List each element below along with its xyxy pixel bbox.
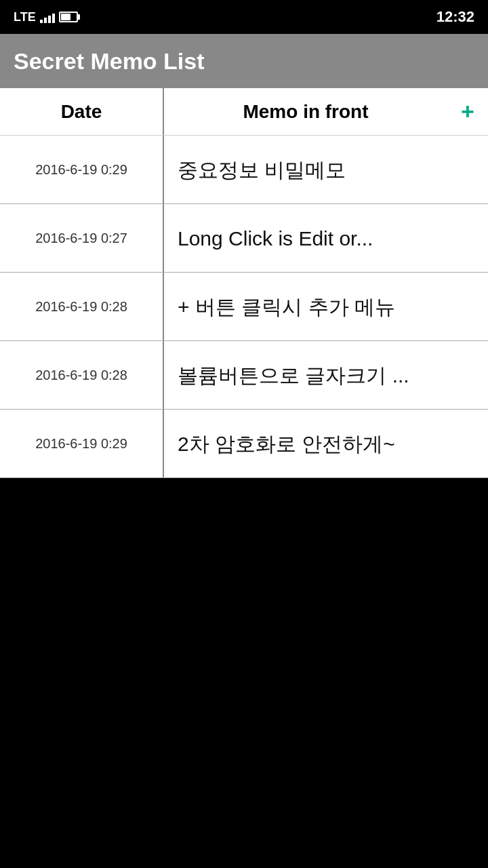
memo-content-cell: 볼륨버튼으로 글자크기 ... bbox=[164, 352, 488, 399]
battery-fill bbox=[61, 14, 70, 20]
memo-date-cell: 2016-6-19 0:29 bbox=[0, 427, 163, 460]
add-memo-button[interactable]: + bbox=[447, 98, 488, 125]
memo-date-cell: 2016-6-19 0:28 bbox=[0, 290, 163, 323]
memo-content-cell: 중요정보 비밀메모 bbox=[164, 146, 488, 193]
signal-bar-4 bbox=[52, 14, 55, 23]
status-bar-left: LTE bbox=[14, 10, 430, 24]
lte-indicator: LTE bbox=[14, 10, 36, 24]
signal-bar-3 bbox=[48, 16, 51, 23]
status-bar-right: 12:32 bbox=[436, 8, 474, 26]
signal-bar-1 bbox=[40, 20, 43, 23]
memo-date-cell: 2016-6-19 0:29 bbox=[0, 153, 163, 186]
memo-content-cell: 2차 암호화로 안전하게~ bbox=[164, 420, 488, 467]
memo-row[interactable]: 2016-6-19 0:292차 암호화로 안전하게~ bbox=[0, 410, 488, 478]
memo-row[interactable]: 2016-6-19 0:28+ 버튼 클릭시 추가 메뉴 bbox=[0, 273, 488, 341]
app-title: Secret Memo List bbox=[14, 48, 205, 75]
column-header: Date Memo in front + bbox=[0, 88, 488, 136]
status-bar: LTE 12:32 bbox=[0, 0, 488, 34]
memo-row[interactable]: 2016-6-19 0:29중요정보 비밀메모 bbox=[0, 136, 488, 204]
memo-date-cell: 2016-6-19 0:27 bbox=[0, 222, 163, 254]
memo-row[interactable]: 2016-6-19 0:28볼륨버튼으로 글자크기 ... bbox=[0, 341, 488, 410]
signal-bar-2 bbox=[44, 18, 47, 23]
memo-row[interactable]: 2016-6-19 0:27Long Click is Edit or... bbox=[0, 204, 488, 273]
memo-list: 2016-6-19 0:29중요정보 비밀메모2016-6-19 0:27Lon… bbox=[0, 136, 488, 478]
header-date-label: Date bbox=[0, 101, 163, 123]
black-area bbox=[0, 478, 488, 868]
app-bar: Secret Memo List bbox=[0, 34, 488, 88]
battery-icon bbox=[59, 12, 78, 22]
time-display: 12:32 bbox=[436, 8, 474, 26]
header-memo-label: Memo in front bbox=[164, 101, 447, 123]
signal-bars bbox=[40, 11, 55, 23]
memo-date-cell: 2016-6-19 0:28 bbox=[0, 359, 163, 391]
memo-content-cell: Long Click is Edit or... bbox=[164, 215, 488, 262]
memo-content-cell: + 버튼 클릭시 추가 메뉴 bbox=[164, 283, 488, 330]
